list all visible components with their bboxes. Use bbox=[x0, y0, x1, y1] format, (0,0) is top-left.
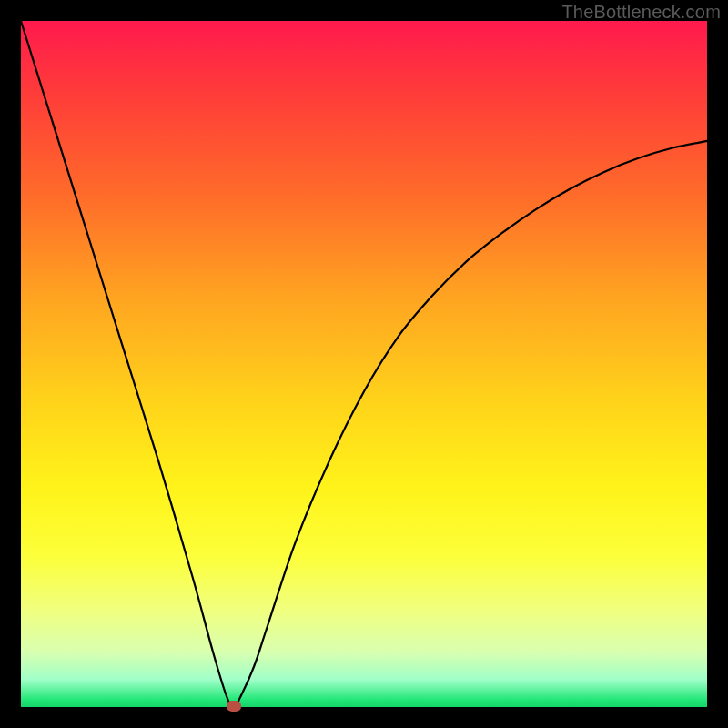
bottleneck-curve bbox=[21, 21, 707, 707]
plot-area bbox=[21, 21, 707, 707]
curve-path bbox=[21, 21, 707, 707]
watermark-text: TheBottleneck.com bbox=[561, 2, 721, 23]
optimal-point-marker bbox=[227, 701, 241, 712]
chart-frame: TheBottleneck.com bbox=[0, 0, 728, 728]
